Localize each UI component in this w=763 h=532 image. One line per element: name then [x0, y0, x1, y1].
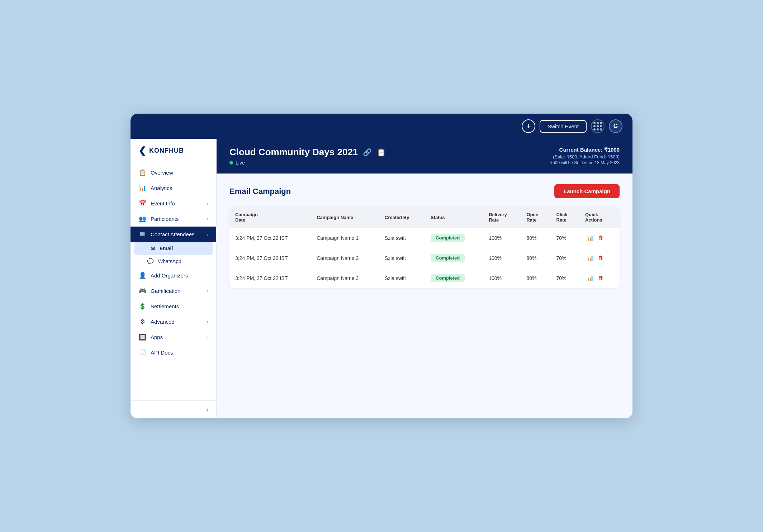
col-status: Status: [425, 207, 483, 228]
view-analytics-button[interactable]: 📊: [587, 255, 594, 261]
sidebar-item-label: Event Info: [151, 200, 203, 206]
cell-quick-actions: 📊 🗑: [579, 248, 620, 268]
sidebar-item-analytics[interactable]: 📊 Analytics: [131, 180, 216, 196]
delete-campaign-button[interactable]: 🗑: [598, 275, 604, 281]
chevron-right-icon: ›: [207, 334, 208, 340]
cell-name: Campaign Name 3: [311, 268, 379, 288]
sidebar-subitem-whatsapp[interactable]: 💬 WhatsApp: [131, 255, 216, 268]
added-fund-link[interactable]: Added Fund: ₹500: [579, 154, 618, 160]
sidebar-item-participants[interactable]: 👥 Participants ›: [131, 211, 216, 227]
sidebar-item-label: Contact Attendees: [151, 231, 203, 237]
sidebar-item-label: Advanced: [151, 319, 203, 325]
sidebar-subitem-label: WhatsApp: [158, 258, 181, 264]
add-button[interactable]: +: [522, 119, 535, 133]
settle-date-link[interactable]: 18 May 2023: [595, 160, 620, 165]
main-content: Cloud Community Days 2021 🔗 📋 Live Curre…: [217, 139, 632, 418]
cell-click-rate: 70%: [551, 268, 579, 288]
sidebar-item-contact-attendees[interactable]: ✉ Contact Attendees ›: [131, 227, 216, 242]
launch-campaign-button[interactable]: Launch Campaign: [554, 184, 620, 198]
col-click-rate: ClickRate: [551, 207, 579, 228]
chevron-right-icon: ›: [207, 319, 208, 324]
table-row: 3:24 PM, 27 Oct 22 IST Campaign Name 2 S…: [229, 248, 620, 268]
view-analytics-button[interactable]: 📊: [587, 275, 594, 281]
grid-menu-button[interactable]: [591, 119, 605, 133]
sidebar-item-settlements[interactable]: 💲 Settlements: [131, 299, 216, 314]
settlements-icon: 💲: [138, 303, 146, 310]
table-row: 3:24 PM, 27 Oct 22 IST Campaign Name 1 S…: [229, 228, 620, 248]
sidebar-item-overview[interactable]: 📋 Overview: [131, 165, 216, 180]
sidebar-collapse-button[interactable]: ‹: [206, 406, 208, 413]
analytics-icon: 📊: [138, 184, 146, 192]
copy-icon[interactable]: 📋: [377, 148, 386, 157]
cell-delivery-rate: 100%: [483, 228, 521, 248]
header-actions: + Switch Event G: [522, 119, 622, 133]
col-open-rate: OpenRate: [521, 207, 550, 228]
sidebar-item-label: Gamification: [151, 288, 203, 294]
cell-open-rate: 80%: [521, 268, 550, 288]
col-campaign-name: Campaign Name: [311, 207, 379, 228]
cell-delivery-rate: 100%: [483, 248, 521, 268]
cell-date: 3:24 PM, 27 Oct 22 IST: [229, 248, 311, 268]
sidebar-item-api-docs[interactable]: 📄 API Docs: [131, 345, 216, 360]
delete-campaign-button[interactable]: 🗑: [598, 255, 604, 261]
switch-event-button[interactable]: Switch Event: [540, 120, 587, 133]
logo-k-icon: ❮: [138, 145, 146, 156]
sidebar-item-apps[interactable]: 🔲 Apps ›: [131, 329, 216, 345]
sidebar-item-label: Apps: [151, 334, 203, 340]
apps-icon: 🔲: [138, 333, 146, 341]
cell-status: Completed: [425, 248, 483, 268]
cell-date: 3:24 PM, 27 Oct 22 IST: [229, 228, 311, 248]
cell-click-rate: 70%: [551, 248, 579, 268]
status-badge: Completed: [431, 254, 465, 262]
sidebar-item-label: Analytics: [151, 185, 208, 191]
advanced-icon: ⚙: [138, 318, 146, 326]
event-info-left: Cloud Community Days 2021 🔗 📋 Live: [229, 147, 386, 166]
avatar[interactable]: G: [609, 119, 622, 133]
main-layout: ❮ KONFHUB 📋 Overview 📊 Analytics 📅 Event…: [131, 139, 632, 418]
email-icon: ✉: [151, 245, 155, 252]
cell-name: Campaign Name 2: [311, 248, 379, 268]
cell-click-rate: 70%: [551, 228, 579, 248]
event-info-icon: 📅: [138, 200, 146, 207]
sidebar-item-advanced[interactable]: ⚙ Advanced ›: [131, 314, 216, 329]
cell-created-by: Szia swift: [379, 268, 425, 288]
cell-name: Campaign Name 1: [311, 228, 379, 248]
event-status: Live: [229, 160, 386, 166]
app-window: + Switch Event G ❮ KONFHUB �: [131, 114, 632, 418]
link-icon[interactable]: 🔗: [363, 148, 372, 157]
table-row: 3:24 PM, 27 Oct 22 IST Campaign Name 3 S…: [229, 268, 620, 288]
col-delivery-rate: DeliveryRate: [483, 207, 521, 228]
cell-created-by: Szia swift: [379, 248, 425, 268]
view-analytics-button[interactable]: 📊: [587, 234, 594, 241]
sidebar: ❮ KONFHUB 📋 Overview 📊 Analytics 📅 Event…: [131, 139, 217, 418]
cell-quick-actions: 📊 🗑: [579, 268, 620, 288]
chevron-right-icon: ›: [207, 216, 208, 222]
balance-settle-text: ₹500 will be Settled on 18 May 2023: [550, 160, 620, 165]
balance-detail: (Sale: ₹500, Added Fund: ₹500): [550, 154, 620, 160]
chevron-right-icon: ›: [207, 288, 208, 294]
sidebar-nav: 📋 Overview 📊 Analytics 📅 Event Info › 👥: [131, 165, 216, 400]
main-panel: Email Campaign Launch Campaign CampaignD…: [217, 174, 632, 418]
section-title: Email Campaign: [229, 187, 291, 196]
col-campaign-date: CampaignDate: [229, 207, 311, 228]
gamification-icon: 🎮: [138, 287, 146, 295]
sidebar-item-label: API Docs: [151, 350, 208, 356]
delete-campaign-button[interactable]: 🗑: [598, 235, 604, 241]
grid-icon: [593, 122, 602, 130]
sidebar-item-add-organizers[interactable]: 👤 Add Organizers: [131, 268, 216, 283]
top-header: + Switch Event G: [131, 114, 632, 139]
cell-status: Completed: [425, 268, 483, 288]
sidebar-logo: ❮ KONFHUB: [131, 145, 216, 165]
event-title-row: Cloud Community Days 2021 🔗 📋: [229, 147, 386, 158]
sidebar-item-gamification[interactable]: 🎮 Gamification ›: [131, 283, 216, 299]
overview-icon: 📋: [138, 169, 146, 176]
contact-icon: ✉: [138, 231, 146, 238]
status-badge: Completed: [431, 234, 465, 242]
cell-status: Completed: [425, 228, 483, 248]
sidebar-subitem-email[interactable]: ✉ Email: [134, 242, 213, 255]
sidebar-item-label: Overview: [151, 170, 208, 176]
sidebar-item-label: Participants: [151, 216, 203, 222]
cell-quick-actions: 📊 🗑: [579, 228, 620, 248]
cell-created-by: Szia swift: [379, 228, 425, 248]
sidebar-item-event-info[interactable]: 📅 Event Info ›: [131, 196, 216, 211]
